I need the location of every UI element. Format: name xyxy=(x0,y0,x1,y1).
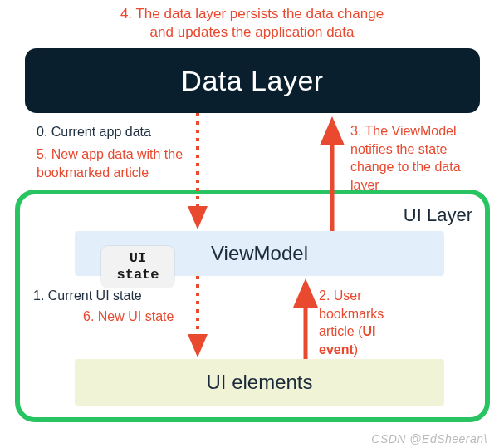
ui-layer-caption: UI Layer xyxy=(404,203,472,228)
ui-state-badge: UI state xyxy=(101,246,174,288)
ui-elements-box: UI elements xyxy=(75,359,444,406)
data-layer-box: Data Layer xyxy=(25,48,480,113)
step3-label: 3. The ViewModel notifies the state chan… xyxy=(350,122,492,194)
step6-label: 6. New UI state xyxy=(83,308,174,326)
viewmodel-title: ViewModel xyxy=(211,242,308,265)
step4-caption: 4. The data layer persists the data chan… xyxy=(0,5,504,42)
watermark: CSDN @EdSheeran\ xyxy=(371,432,487,446)
data-layer-title: Data Layer xyxy=(181,65,323,97)
ui-elements-title: UI elements xyxy=(206,371,312,394)
step5-label: 5. New app data with the bookmarked arti… xyxy=(37,145,194,181)
step1-label: 1. Current UI state xyxy=(33,287,142,305)
step2-label: 2. User bookmarks article (UI event) xyxy=(319,287,410,358)
diagram-canvas: 4. The data layer persists the data chan… xyxy=(0,0,504,448)
step0-label: 0. Current app data xyxy=(37,123,151,141)
